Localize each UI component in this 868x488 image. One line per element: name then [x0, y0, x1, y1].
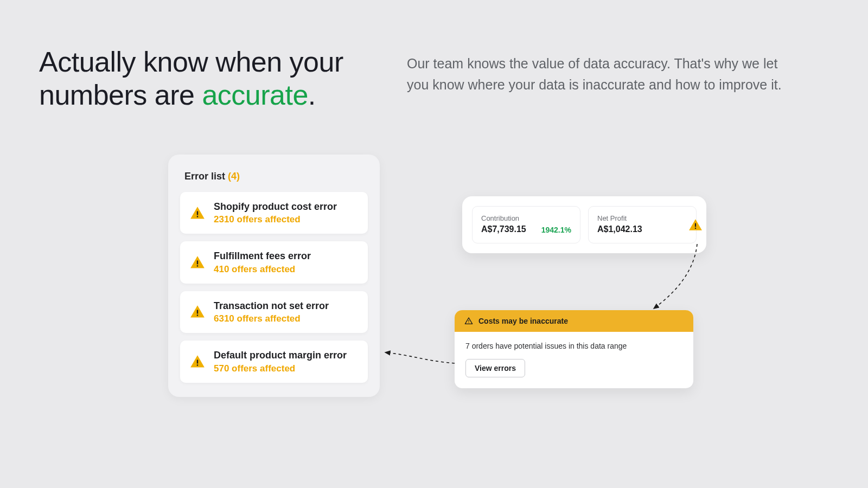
svg-rect-10 [468, 320, 469, 322]
svg-rect-4 [197, 310, 198, 314]
headline-text: Actually know when your numbers are accu… [39, 46, 386, 112]
svg-rect-8 [695, 223, 696, 227]
svg-rect-0 [197, 211, 198, 215]
error-subtitle: 570 offers affected [214, 363, 347, 374]
error-list-panel: Error list (4) Shopify product cost erro… [168, 155, 380, 397]
stat-percent: 1942.1% [541, 226, 571, 234]
error-title: Default product margin error [214, 349, 347, 362]
error-item[interactable]: Default product margin error 570 offers … [180, 341, 368, 382]
stat-label: Net Profit [597, 214, 687, 222]
notice-text: 7 orders have potential issues in this d… [465, 342, 682, 350]
svg-rect-5 [197, 315, 198, 316]
notice-panel: Costs may be inaccurate 7 orders have po… [455, 310, 693, 388]
notice-header-text: Costs may be inaccurate [478, 317, 568, 325]
error-subtitle: 410 offers affected [214, 264, 311, 275]
svg-rect-1 [197, 216, 198, 217]
svg-rect-11 [468, 322, 469, 323]
error-title: Shopify product cost error [214, 201, 337, 213]
svg-rect-3 [197, 265, 198, 266]
warning-outline-icon [464, 317, 473, 325]
stat-label: Contribution [481, 214, 571, 222]
stats-panel: Contribution A$7,739.15 1942.1% Net Prof… [462, 196, 706, 253]
stat-value: A$1,042.13 [597, 224, 687, 234]
svg-rect-6 [197, 359, 198, 363]
error-list-title: Error list [184, 171, 225, 182]
hero-subcopy: Our team knows the value of data accurac… [407, 53, 797, 95]
svg-rect-2 [197, 261, 198, 265]
notice-header: Costs may be inaccurate [455, 310, 693, 332]
warning-icon [190, 304, 205, 319]
svg-rect-9 [695, 227, 696, 228]
view-errors-button[interactable]: View errors [465, 359, 525, 377]
headline-after: . [308, 79, 316, 111]
warning-icon [688, 218, 703, 232]
svg-rect-7 [197, 364, 198, 365]
error-item[interactable]: Shopify product cost error 2310 offers a… [180, 192, 368, 234]
error-item[interactable]: Fulfillment fees error 410 offers affect… [180, 241, 368, 283]
stat-card-net-profit[interactable]: Net Profit A$1,042.13 [588, 206, 697, 243]
hero-headline: Actually know when your numbers are accu… [39, 46, 386, 112]
error-list-header: Error list (4) [180, 171, 368, 192]
headline-highlight: accurate [202, 79, 308, 111]
warning-icon [190, 206, 205, 221]
error-list-count: (4) [228, 171, 240, 182]
error-subtitle: 6310 offers affected [214, 313, 329, 324]
error-title: Fulfillment fees error [214, 250, 311, 262]
error-item[interactable]: Transaction not set error 6310 offers af… [180, 291, 368, 333]
notice-body: 7 orders have potential issues in this d… [455, 332, 693, 388]
stat-card-contribution[interactable]: Contribution A$7,739.15 1942.1% [472, 206, 580, 243]
error-subtitle: 2310 offers affected [214, 214, 337, 225]
warning-icon [190, 255, 205, 270]
error-title: Transaction not set error [214, 300, 329, 312]
warning-icon [190, 354, 205, 369]
